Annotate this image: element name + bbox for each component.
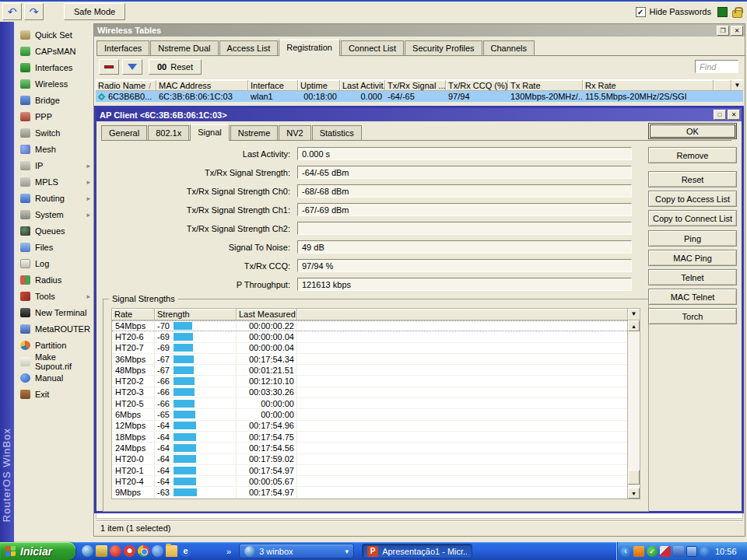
signal-row-24mbps[interactable]: 24Mbps-6400:17:54.56 — [112, 443, 627, 453]
tab-registration[interactable]: Registration — [279, 39, 340, 56]
winbox-icon[interactable] — [82, 545, 93, 557]
app-tray-icon[interactable] — [673, 546, 684, 557]
tab-interfaces[interactable]: Interfaces — [96, 40, 149, 55]
pen-tray-icon[interactable] — [660, 546, 671, 557]
signal-row-36mbps[interactable]: 36Mbps-6700:17:54.34 — [112, 354, 627, 365]
restore-button[interactable]: ❐ — [717, 26, 729, 36]
sidebar-item-exit[interactable]: Exit — [14, 386, 93, 402]
sidebar-item-quick-set[interactable]: Quick Set — [14, 26, 93, 43]
scroll-up-button[interactable]: ▲ — [628, 320, 640, 331]
tab-security-profiles[interactable]: Security Profiles — [405, 40, 482, 55]
tab-802-1x[interactable]: 802.1x — [148, 125, 189, 140]
field-value-p-throughput[interactable]: 121613 kbps — [297, 278, 632, 291]
field-value-tx-rx-ccq[interactable]: 97/94 % — [297, 259, 632, 272]
field-value-tx-rx-signal-strength-ch0[interactable]: -68/-68 dBm — [297, 184, 632, 198]
sidebar-item-ppp[interactable]: PPP — [14, 108, 93, 124]
sidebar-item-interfaces[interactable]: Interfaces — [14, 59, 93, 75]
chrome-icon[interactable] — [138, 545, 149, 557]
reset-counters-button[interactable]: 00 Reset — [149, 59, 202, 75]
tab-nstreme-dual[interactable]: Nstreme Dual — [150, 40, 218, 55]
sidebar-item-manual[interactable]: Manual — [14, 369, 93, 386]
find-input[interactable]: Find — [695, 60, 738, 73]
sidebar-item-mpls[interactable]: MPLS▸ — [14, 173, 93, 190]
mac-telnet-button[interactable]: MAC Telnet — [648, 289, 737, 305]
column-header-tx-rx-signal[interactable]: Tx/Rx Signal ... — [385, 80, 446, 91]
safe-mode-button[interactable]: Safe Mode — [64, 3, 125, 20]
signal-row-ht20-0[interactable]: HT20-0-6400:17:59.02 — [112, 454, 627, 465]
sidebar-item-files[interactable]: Files — [14, 239, 93, 255]
tab-channels[interactable]: Channels — [483, 40, 535, 55]
remove-button[interactable]: Remove — [648, 147, 737, 163]
vertical-scrollbar[interactable]: ▲ ▼ — [627, 320, 640, 499]
signal-row-ht20-1[interactable]: HT20-1-6400:17:54.97 — [112, 465, 627, 476]
signal-row-12mbps[interactable]: 12Mbps-6400:17:54.96 — [112, 421, 627, 432]
media-player-icon[interactable] — [152, 545, 163, 557]
redo-button[interactable]: ↷ — [24, 3, 44, 20]
signal-row-54mbps[interactable]: 54Mbps-7000:00:00.22 — [112, 320, 627, 331]
column-header-last-activit[interactable]: Last Activit... — [340, 80, 385, 91]
column-header-radio-name[interactable]: Radio Name/ — [96, 80, 156, 91]
internet-explorer-icon[interactable] — [180, 545, 191, 557]
tab-access-list[interactable]: Access List — [219, 40, 279, 55]
filter-button[interactable] — [122, 59, 142, 75]
ping-button[interactable]: Ping — [648, 230, 737, 247]
quick-launch-overflow-icon[interactable]: » — [226, 547, 231, 556]
field-value-signal-to-noise[interactable]: 49 dB — [297, 240, 632, 254]
antivirus-tray-icon[interactable] — [647, 546, 658, 557]
taskbar-button-winbox[interactable]: 3 winbox ▾ — [239, 544, 354, 558]
ap-client-titlebar[interactable]: AP Client <6C:3B:6B:06:1C:03> □ ✕ — [96, 108, 742, 121]
signal-row-ht20-6[interactable]: HT20-6-6900:00:00.04 — [112, 331, 627, 342]
sidebar-item-log[interactable]: Log — [14, 255, 93, 271]
reset-button[interactable]: Reset — [648, 171, 737, 187]
sidebar-item-capsman[interactable]: CAPsMAN — [14, 43, 93, 59]
column-header-tx-rx-ccq[interactable]: Tx/Rx CCQ (%) — [446, 80, 508, 91]
field-value-last-activity[interactable]: 0.000 s — [297, 147, 632, 160]
signal-row-ht20-2[interactable]: HT20-2-6600:12:10.10 — [112, 376, 627, 387]
column-header-tx-rate[interactable]: Tx Rate — [508, 80, 583, 91]
collapse-tray-icon[interactable] — [620, 546, 631, 557]
sidebar-item-partition[interactable]: Partition — [14, 337, 93, 353]
remote-tray-icon[interactable] — [700, 546, 710, 557]
opera-icon[interactable] — [124, 545, 135, 557]
dialog-maximize-button[interactable]: □ — [714, 110, 726, 120]
signal-row-6mbps[interactable]: 6Mbps-6500:00:00 — [112, 409, 627, 420]
scrollbar-track[interactable] — [628, 331, 640, 488]
ok-button[interactable]: OK — [648, 123, 737, 139]
close-button[interactable]: ✕ — [731, 26, 743, 36]
tab-nstreme[interactable]: Nstreme — [230, 125, 279, 140]
signal-row-ht20-7[interactable]: HT20-7-6900:00:00.04 — [112, 343, 627, 354]
hide-passwords-checkbox[interactable]: ✓ — [636, 7, 646, 17]
signal-row-ht20-3[interactable]: HT20-3-6600:03:30.26 — [112, 387, 627, 398]
column-header-last-measured[interactable]: Last Measured — [237, 309, 297, 320]
column-header-uptime[interactable]: Uptime — [298, 80, 340, 91]
taskbar-button-powerpoint[interactable]: P Apresentação1 - Micr... — [362, 544, 472, 558]
column-select-button[interactable]: ▼ — [627, 309, 640, 320]
field-value-tx-rx-signal-strength[interactable]: -64/-65 dBm — [297, 166, 632, 179]
tab-connect-list[interactable]: Connect List — [341, 40, 404, 55]
sidebar-item-mesh[interactable]: Mesh — [14, 141, 93, 157]
dialog-close-button[interactable]: ✕ — [728, 110, 740, 120]
sidebar-item-make-supout-rif[interactable]: Make Supout.rif — [14, 353, 93, 369]
copy-to-connect-list-button[interactable]: Copy to Connect List — [648, 210, 737, 226]
column-header-mac-address[interactable]: MAC Address — [156, 80, 248, 91]
sidebar-item-tools[interactable]: Tools▸ — [14, 288, 93, 304]
sidebar-item-bridge[interactable]: Bridge — [14, 92, 93, 108]
network-tray-icon[interactable] — [686, 546, 697, 557]
sidebar-item-radius[interactable]: Radius — [14, 271, 93, 288]
scroll-down-button[interactable]: ▼ — [628, 488, 640, 499]
wireless-tables-titlebar[interactable]: Wireless Tables ❐ ✕ — [94, 24, 745, 37]
sidebar-item-metarouter[interactable]: MetaROUTER — [14, 320, 93, 337]
tab-general[interactable]: General — [101, 125, 147, 140]
field-value-tx-rx-signal-strength-ch1[interactable]: -67/-69 dBm — [297, 203, 632, 216]
registration-table-row[interactable]: 6C3B6B0...6C:3B:6B:06:1C:03wlan100:18:00… — [96, 91, 743, 102]
torch-button[interactable]: Torch — [648, 308, 737, 324]
record-icon[interactable] — [110, 545, 121, 557]
column-header-interface[interactable]: Interface — [248, 80, 298, 91]
column-header-strength[interactable]: Strength — [155, 309, 237, 320]
signal-row-9mbps[interactable]: 9Mbps-6300:17:54.97 — [112, 487, 627, 498]
start-button[interactable]: Iniciar — [0, 542, 75, 560]
app-icon[interactable] — [96, 545, 107, 557]
signal-row-ht20-5[interactable]: HT20-5-6600:00:00 — [112, 398, 627, 409]
signal-row-48mbps[interactable]: 48Mbps-6700:01:21.51 — [112, 365, 627, 376]
column-select-button[interactable]: ▼ — [731, 80, 743, 91]
